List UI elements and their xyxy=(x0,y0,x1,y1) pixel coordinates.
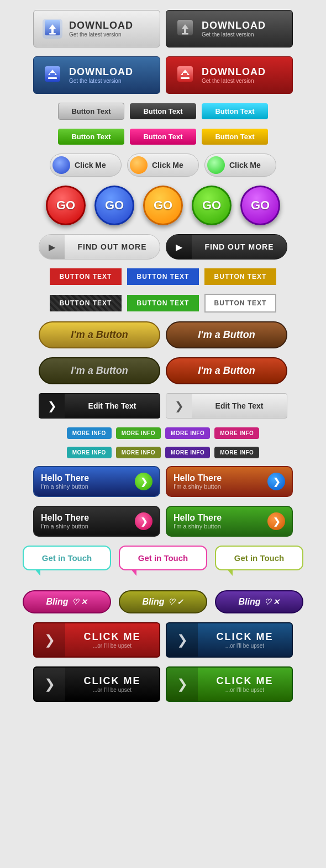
getintouch-lime-btn[interactable]: Get in Touch xyxy=(215,546,303,570)
svg-rect-3 xyxy=(49,33,56,35)
bling-purple-heart: ♡ ✕ xyxy=(264,597,280,606)
edit-light-btn[interactable]: ❯ Edit The Text xyxy=(166,393,287,419)
flat-green-btn[interactable]: BUTTON TEXT xyxy=(127,295,199,311)
moreinfo-purple-btn[interactable]: MORE INFO xyxy=(165,427,210,439)
bubble-green-circle xyxy=(207,156,225,174)
edit-light-label: Edit The Text xyxy=(192,401,287,410)
pill-gold-btn[interactable]: I'm a Button xyxy=(39,321,160,348)
pill-redbrown-btn[interactable]: I'm a Button xyxy=(166,357,287,384)
svg-rect-7 xyxy=(45,66,60,82)
flat-blue-btn[interactable]: BUTTON TEXT xyxy=(127,268,199,285)
hello-orange-btn[interactable]: Hello There I'm a shiny button ❯ xyxy=(166,466,293,497)
button-pink[interactable]: Button Text xyxy=(130,129,196,145)
cm-black-text: CLICK ME ...or I'll be upset xyxy=(65,675,159,693)
edit-light-arrow: ❯ xyxy=(166,393,192,419)
flat-gold-btn[interactable]: BUTTON TEXT xyxy=(204,268,276,285)
go-green-btn[interactable]: GO xyxy=(192,186,232,225)
clickme-blue-btn[interactable]: Click Me xyxy=(50,154,122,177)
moreinfo-darkgray-btn[interactable]: MORE INFO xyxy=(214,447,259,458)
find-dark-btn[interactable]: ▶ FIND OUT MORE xyxy=(166,234,287,260)
moreinfo-blue-btn[interactable]: MORE INFO xyxy=(67,427,112,439)
dl-silver-sub: Get the latest version xyxy=(69,31,133,38)
getintouch-cyan-btn[interactable]: Get in Touch xyxy=(23,546,111,570)
dl-blue-sub: Get the latest version xyxy=(69,78,133,84)
find-light-arrow: ▶ xyxy=(39,234,65,260)
moreinfo-teal-btn[interactable]: MORE INFO xyxy=(67,447,112,458)
flat-red-btn[interactable]: BUTTON TEXT xyxy=(50,268,122,285)
bling-purple-btn[interactable]: Bling ♡ ✕ xyxy=(215,590,303,613)
cm-black-arrow: ❯ xyxy=(34,666,65,702)
clickme-orange-btn[interactable]: Click Me xyxy=(127,154,199,177)
pill-brown-btn[interactable]: I'm a Button xyxy=(166,321,287,348)
moreinfo-darkpurple-btn[interactable]: MORE INFO xyxy=(165,447,210,458)
svg-rect-6 xyxy=(182,33,188,35)
moreinfo-olive-btn[interactable]: MORE INFO xyxy=(116,447,161,458)
download-silver-icon xyxy=(40,17,65,41)
moreinfo-green-btn[interactable]: MORE INFO xyxy=(116,427,161,439)
edit-dark-label: Edit The Text xyxy=(65,401,160,410)
clickme-blue3-btn[interactable]: ❯ CLICK ME ...or I'll be upset xyxy=(166,622,293,658)
hello-blue-text: Hello There I'm a shiny button xyxy=(41,473,130,490)
go-purple-btn[interactable]: GO xyxy=(240,186,280,225)
find-dark-label: FIND OUT MORE xyxy=(192,242,287,251)
edit-dark-btn[interactable]: ❯ Edit The Text xyxy=(39,393,160,419)
cm-red-arrow: ❯ xyxy=(34,622,65,658)
pill-dark-btn[interactable]: I'm a Button xyxy=(39,357,160,384)
hello-black-btn[interactable]: Hello There I'm a shiny button ❯ xyxy=(33,506,160,537)
go-blue-btn[interactable]: GO xyxy=(94,186,134,225)
clickme-green-btn[interactable]: Click Me xyxy=(204,154,276,177)
button-dark-gray[interactable]: Button Text xyxy=(130,103,196,119)
dl-red-title: DOWNLOAD xyxy=(202,66,266,78)
dl-silver-title: DOWNLOAD xyxy=(69,20,133,31)
svg-rect-12 xyxy=(181,77,190,79)
download-blue-icon xyxy=(40,63,65,87)
button-cyan[interactable]: Button Text xyxy=(202,103,268,119)
download-dark-btn[interactable]: DOWNLOAD Get the latest version xyxy=(166,10,293,47)
download-silver-btn[interactable]: DOWNLOAD Get the latest version xyxy=(33,10,160,47)
button-gold[interactable]: Button Text xyxy=(202,129,268,145)
clickme-black-btn[interactable]: ❯ CLICK ME ...or I'll be upset xyxy=(33,666,160,702)
download-red-icon xyxy=(173,63,197,87)
bling-pink-btn[interactable]: Bling ♡ ✕ xyxy=(23,590,111,613)
clickme-red-btn[interactable]: ❯ CLICK ME ...or I'll be upset xyxy=(33,622,160,658)
cm-blue3-arrow: ❯ xyxy=(167,622,198,658)
flat-stripe-btn[interactable]: BUTTON TEXT xyxy=(50,295,122,311)
moreinfo-pink-btn[interactable]: MORE INFO xyxy=(214,427,259,439)
find-dark-arrow: ▶ xyxy=(166,234,192,260)
hello-green-btn[interactable]: Hello There I'm a shiny button ❯ xyxy=(166,506,293,537)
bling-olive-heart: ♡ ✓ xyxy=(168,597,184,606)
download-blue-btn[interactable]: DOWNLOAD Get the latest version xyxy=(33,56,160,94)
flat-outline-btn[interactable]: BUTTON TEXT xyxy=(204,294,276,313)
bling-olive-btn[interactable]: Bling ♡ ✓ xyxy=(119,590,207,613)
cm-green3-arrow: ❯ xyxy=(167,666,198,702)
hello-black-text: Hello There I'm a shiny button xyxy=(41,513,130,530)
bling-olive-label: Bling xyxy=(143,597,165,607)
cm-red-text: CLICK ME ...or I'll be upset xyxy=(65,631,159,649)
clickme-blue-label: Click Me xyxy=(75,161,106,170)
hello-orange-arrow: ❯ xyxy=(267,473,285,490)
clickme-green3-btn[interactable]: ❯ CLICK ME ...or I'll be upset xyxy=(166,666,293,702)
find-light-btn[interactable]: ▶ FIND OUT MORE xyxy=(39,234,160,260)
hello-black-arrow: ❯ xyxy=(135,512,153,530)
svg-rect-10 xyxy=(177,66,193,82)
getintouch-pink-btn[interactable]: Get in Touch xyxy=(119,546,207,570)
clickme-orange-label: Click Me xyxy=(152,161,183,170)
download-dark-icon xyxy=(173,17,197,41)
go-red-btn[interactable]: GO xyxy=(46,186,86,225)
hello-orange-text: Hello There I'm a shiny button xyxy=(173,473,263,490)
button-gray[interactable]: Button Text xyxy=(58,103,124,120)
edit-dark-arrow: ❯ xyxy=(39,393,65,419)
dl-blue-title: DOWNLOAD xyxy=(69,66,133,78)
bling-purple-label: Bling xyxy=(239,597,261,607)
find-light-label: FIND OUT MORE xyxy=(65,242,160,251)
bubble-blue-circle xyxy=(52,156,70,174)
svg-rect-9 xyxy=(48,77,57,79)
bubble-orange-circle xyxy=(130,156,148,174)
download-red-btn[interactable]: DOWNLOAD Get the latest version xyxy=(166,56,293,94)
hello-blue-btn[interactable]: Hello There I'm a shiny button ❯ xyxy=(33,466,160,497)
dl-dark-sub: Get the latest version xyxy=(202,31,266,38)
button-green[interactable]: Button Text xyxy=(58,129,124,145)
go-orange-btn[interactable]: GO xyxy=(143,186,183,225)
hello-blue-arrow: ❯ xyxy=(135,473,153,490)
bling-pink-heart: ♡ ✕ xyxy=(72,597,88,606)
